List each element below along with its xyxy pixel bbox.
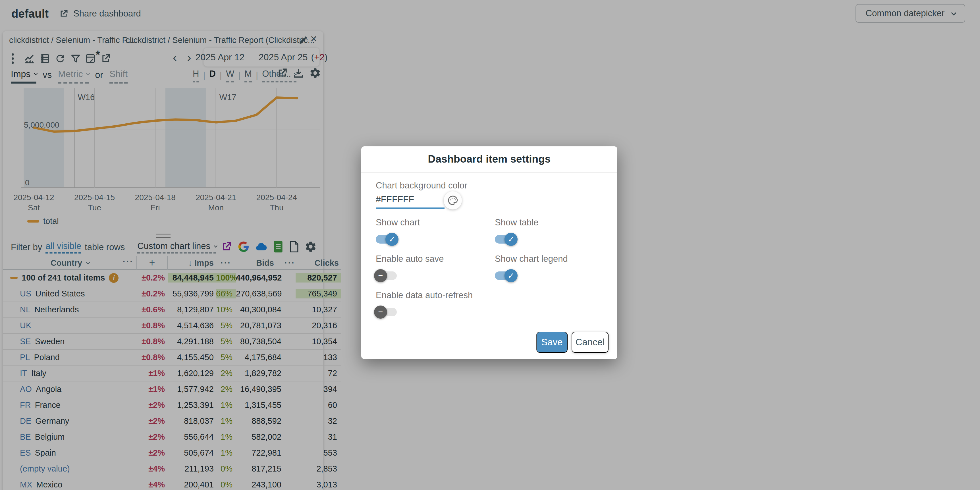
save-button[interactable]: Save bbox=[536, 332, 568, 353]
toggle-label: Show table bbox=[495, 218, 538, 228]
toggle-label: Enable auto save bbox=[376, 254, 444, 264]
check-icon: ✓ bbox=[385, 233, 398, 246]
chart-background-color-input[interactable] bbox=[376, 194, 444, 209]
toggle-label: Show chart bbox=[376, 218, 420, 228]
chart-background-color-label: Chart background color bbox=[376, 180, 467, 191]
modal-title: Dashboard item settings bbox=[361, 146, 617, 172]
toggle-enable-data-auto-refresh[interactable]: − bbox=[376, 308, 397, 317]
minus-icon: − bbox=[374, 305, 387, 318]
toggle-label: Show chart legend bbox=[495, 254, 568, 264]
check-icon: ✓ bbox=[504, 269, 517, 282]
toggle-label: Enable data auto-refresh bbox=[376, 290, 473, 301]
dashboard-item-settings-modal: Dashboard item settings Chart background… bbox=[361, 146, 617, 359]
color-palette-icon[interactable] bbox=[444, 191, 462, 210]
minus-icon: − bbox=[374, 269, 387, 282]
toggle-show-chart[interactable]: ✓ bbox=[376, 235, 397, 243]
cancel-button[interactable]: Cancel bbox=[571, 332, 609, 353]
toggle-show-table[interactable]: ✓ bbox=[495, 235, 516, 243]
toggle-show-chart-legend[interactable]: ✓ bbox=[495, 271, 516, 280]
toggle-enable-auto-save[interactable]: − bbox=[376, 271, 397, 280]
check-icon: ✓ bbox=[504, 233, 517, 246]
